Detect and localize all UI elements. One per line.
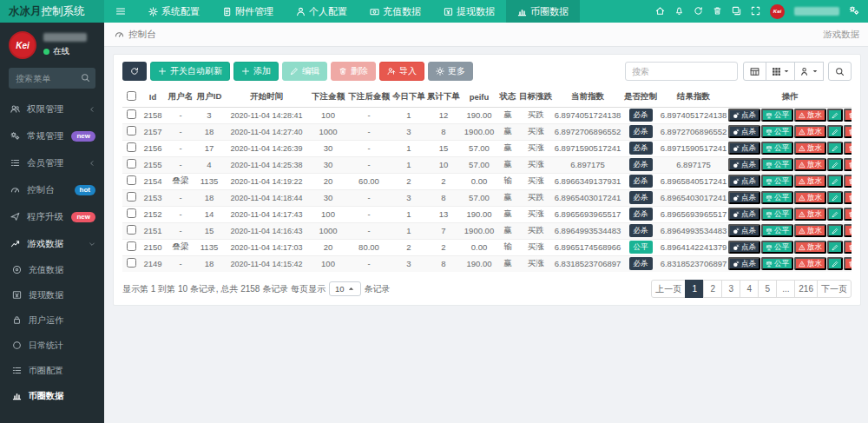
toggle-pagination-button[interactable] xyxy=(743,62,766,81)
fair-button[interactable]: 公平 xyxy=(761,158,793,171)
table-search-input[interactable] xyxy=(625,62,738,81)
sidebar-item-1[interactable]: 权限管理 xyxy=(0,96,104,122)
more-button[interactable]: 更多 xyxy=(428,62,473,81)
release-button[interactable]: 放水 xyxy=(794,109,826,122)
fair-button[interactable]: 公平 xyxy=(761,142,793,155)
row-delete-button[interactable] xyxy=(844,109,852,122)
release-button[interactable]: 放水 xyxy=(794,191,826,204)
page-size-select[interactable]: 10 xyxy=(329,281,361,296)
sidebar-subitem-4[interactable]: 日常统计 xyxy=(0,333,104,358)
row-delete-button[interactable] xyxy=(844,241,852,254)
row-delete-button[interactable] xyxy=(844,224,852,237)
select-all-checkbox[interactable] xyxy=(127,91,136,101)
breadcrumb-left[interactable]: 控制台 xyxy=(128,29,156,41)
topnav-item-5[interactable]: 提现数据 xyxy=(432,0,506,23)
page-4[interactable]: 4 xyxy=(740,280,759,298)
row-checkbox[interactable] xyxy=(127,175,136,185)
sidebar-item-6[interactable]: 游戏数据 xyxy=(0,230,104,257)
row-edit-button[interactable] xyxy=(827,257,843,270)
release-button[interactable]: 放水 xyxy=(794,224,826,237)
kill-button[interactable]: 点杀 xyxy=(728,208,760,221)
row-edit-button[interactable] xyxy=(827,241,843,254)
row-edit-button[interactable] xyxy=(827,125,843,138)
theme-settings-button[interactable] xyxy=(849,3,859,19)
row-checkbox[interactable] xyxy=(127,109,136,119)
row-edit-button[interactable] xyxy=(827,109,843,122)
refresh-button[interactable] xyxy=(122,62,147,81)
kill-button[interactable]: 点杀 xyxy=(728,142,760,155)
row-checkbox[interactable] xyxy=(127,126,136,135)
home-button[interactable] xyxy=(655,3,665,19)
sidebar-item-3[interactable]: 会员管理 xyxy=(0,149,104,176)
topnav-item-4[interactable]: 充值数据 xyxy=(358,0,432,23)
toggle-auto-refresh-button[interactable]: 开关自动刷新 xyxy=(150,62,230,81)
layers-button[interactable] xyxy=(732,3,741,19)
fair-button[interactable]: 公平 xyxy=(761,224,793,237)
kill-button[interactable]: 点杀 xyxy=(728,175,760,188)
sidebar-subitem-1[interactable]: 充值数据 xyxy=(0,257,104,282)
topnav-item-2[interactable]: 附件管理 xyxy=(211,0,285,23)
fair-button[interactable]: 公平 xyxy=(761,191,793,204)
kill-button[interactable]: 点杀 xyxy=(728,109,760,122)
kill-button[interactable]: 点杀 xyxy=(728,241,760,254)
page-上一页[interactable]: 上一页 xyxy=(651,280,686,298)
fair-button[interactable]: 公平 xyxy=(761,109,793,122)
sidebar-subitem-2[interactable]: 提现数据 xyxy=(0,282,104,307)
refresh-button[interactable] xyxy=(694,3,703,19)
row-checkbox[interactable] xyxy=(127,225,136,235)
row-delete-button[interactable] xyxy=(844,208,852,221)
topnav-item-6[interactable]: 币圈数据 xyxy=(506,0,580,23)
row-checkbox[interactable] xyxy=(127,192,136,202)
topbar-avatar[interactable]: Kei xyxy=(770,4,785,19)
row-delete-button[interactable] xyxy=(844,175,852,188)
release-button[interactable]: 放水 xyxy=(794,158,826,171)
row-delete-button[interactable] xyxy=(844,125,852,138)
trash-button[interactable] xyxy=(713,3,722,19)
row-delete-button[interactable] xyxy=(844,158,852,171)
sidebar-item-2[interactable]: 常规管理new xyxy=(0,122,104,149)
page-下一页[interactable]: 下一页 xyxy=(817,280,852,298)
row-checkbox[interactable] xyxy=(127,159,136,169)
row-delete-button[interactable] xyxy=(844,191,852,204)
row-checkbox[interactable] xyxy=(127,142,136,152)
edit-button[interactable]: 编辑 xyxy=(282,62,327,81)
row-delete-button[interactable] xyxy=(844,142,852,155)
bell-button[interactable] xyxy=(674,3,684,19)
fair-button[interactable]: 公平 xyxy=(761,125,793,138)
expand-button[interactable] xyxy=(751,3,760,19)
fullscreen-search-button[interactable] xyxy=(828,62,852,81)
release-button[interactable]: 放水 xyxy=(794,241,826,254)
page-1[interactable]: 1 xyxy=(685,280,704,298)
row-edit-button[interactable] xyxy=(827,208,843,221)
row-checkbox[interactable] xyxy=(127,241,136,251)
row-edit-button[interactable] xyxy=(827,158,843,171)
row-checkbox[interactable] xyxy=(127,258,136,268)
row-edit-button[interactable] xyxy=(827,175,843,188)
export-dropdown-button[interactable] xyxy=(794,62,824,81)
sidebar-item-5[interactable]: 程序升级new xyxy=(0,203,104,230)
row-edit-button[interactable] xyxy=(827,191,843,204)
page-216[interactable]: 216 xyxy=(794,280,818,298)
release-button[interactable]: 放水 xyxy=(794,125,826,138)
release-button[interactable]: 放水 xyxy=(794,257,826,270)
page-3[interactable]: 3 xyxy=(721,280,740,298)
sidebar-subitem-5[interactable]: 币圈配置 xyxy=(0,358,104,383)
fair-button[interactable]: 公平 xyxy=(761,241,793,254)
fair-button[interactable]: 公平 xyxy=(761,257,793,270)
import-button[interactable]: 导入 xyxy=(379,62,424,81)
row-checkbox[interactable] xyxy=(127,208,136,218)
release-button[interactable]: 放水 xyxy=(794,175,826,188)
release-button[interactable]: 放水 xyxy=(794,142,826,155)
page-5[interactable]: 5 xyxy=(758,280,777,298)
row-edit-button[interactable] xyxy=(827,224,843,237)
page-...[interactable]: ... xyxy=(776,280,795,298)
kill-button[interactable]: 点杀 xyxy=(728,125,760,138)
topnav-item-1[interactable]: 系统配置 xyxy=(137,0,211,23)
sidebar-item-4[interactable]: 控制台hot xyxy=(0,176,104,203)
page-2[interactable]: 2 xyxy=(703,280,722,298)
kill-button[interactable]: 点杀 xyxy=(728,158,760,171)
release-button[interactable]: 放水 xyxy=(794,208,826,221)
row-edit-button[interactable] xyxy=(827,142,843,155)
fair-button[interactable]: 公平 xyxy=(761,175,793,188)
kill-button[interactable]: 点杀 xyxy=(728,224,760,237)
